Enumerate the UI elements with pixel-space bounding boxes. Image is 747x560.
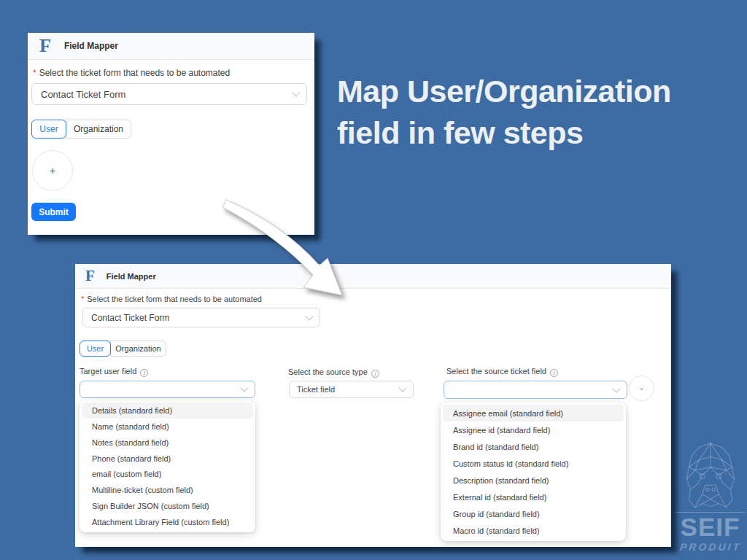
dropdown-option[interactable]: Sign Builder JSON (custom field) (82, 498, 253, 514)
dropdown-option[interactable]: Phone (standard field) (82, 451, 253, 467)
chevron-down-icon (398, 384, 406, 392)
dropdown-option[interactable]: Attachment Library Field (custom field) (82, 514, 253, 530)
add-mapping-button[interactable]: + (32, 150, 73, 191)
dropdown-option[interactable]: Description (standard field) (443, 472, 624, 489)
source-type-label: Select the source typei (288, 368, 379, 378)
slide-title: Map User/Organization field in few steps (337, 71, 746, 154)
chevron-down-icon (305, 312, 313, 320)
tab-organization[interactable]: Organization (110, 341, 166, 357)
ticket-form-select[interactable]: Contact Ticket Form (82, 308, 320, 327)
submit-button[interactable]: Submit (31, 203, 76, 221)
dropdown-option[interactable]: email (custom field) (82, 467, 253, 483)
dropdown-option[interactable]: Group id (standard field) (443, 505, 624, 522)
source-ticket-field-select[interactable] (444, 381, 627, 399)
chevron-down-icon (612, 384, 620, 392)
app-title: Field Mapper (107, 272, 156, 281)
target-user-field-select[interactable] (80, 381, 255, 398)
field-mapper-logo-icon: F (39, 36, 51, 55)
dropdown-option[interactable]: Custom status id (standard field) (443, 455, 624, 472)
chevron-down-icon (240, 384, 248, 392)
tab-user[interactable]: User (80, 341, 111, 357)
entity-tabs: User Organization (80, 341, 166, 357)
remove-mapping-button[interactable]: - (629, 376, 654, 401)
field-mapper-logo-icon: F (85, 268, 95, 284)
info-icon[interactable]: i (140, 369, 148, 377)
source-type-select-value: Ticket field (297, 385, 335, 394)
dropdown-option[interactable]: Brand id (standard field) (443, 438, 624, 455)
slide-title-line2: field in few steps (337, 112, 746, 154)
field-mapper-window-expanded: F Field Mapper *Select the ticket form t… (75, 264, 671, 547)
dropdown-option[interactable]: Name (standard field) (82, 419, 253, 435)
dropdown-option[interactable]: Assignee id (standard field) (443, 421, 624, 438)
ticket-form-label: *Select the ticket form that needs to be… (33, 68, 230, 78)
dropdown-option[interactable]: Assignee email (standard field) (443, 405, 624, 421)
tab-organization[interactable]: Organization (66, 120, 131, 139)
watermark-subtitle: PRODUIT (679, 541, 742, 553)
watermark-brand: SEIF (681, 513, 740, 541)
window-header: F Field Mapper (28, 33, 314, 60)
entity-tabs: User Organization (31, 120, 131, 139)
gorilla-logo-icon (684, 442, 738, 510)
info-icon[interactable]: i (371, 370, 379, 378)
slide-title-line1: Map User/Organization (337, 71, 746, 112)
minus-icon: - (640, 383, 643, 394)
source-ticket-field-label: Select the source ticket fieldi (446, 367, 558, 377)
ticket-form-select-value: Contact Ticket Form (41, 89, 125, 100)
target-user-field-dropdown: Details (standard field) Name (standard … (80, 400, 255, 532)
dropdown-option[interactable]: External id (standard field) (443, 489, 624, 505)
app-title: Field Mapper (64, 41, 118, 51)
tab-user[interactable]: User (31, 120, 66, 139)
chevron-down-icon (292, 88, 300, 96)
info-icon[interactable]: i (550, 369, 558, 377)
plus-icon: + (50, 165, 55, 176)
ticket-form-select-value: Contact Ticket Form (91, 313, 169, 323)
source-type-select[interactable]: Ticket field (289, 381, 414, 398)
source-ticket-field-dropdown: Assignee email (standard field) Assignee… (441, 402, 626, 541)
window-header: F Field Mapper (75, 264, 671, 289)
target-user-field-label: Target user fieldi (80, 367, 148, 377)
dropdown-option[interactable]: Macro id (standard field) (443, 522, 624, 539)
dropdown-option[interactable]: Details (standard field) (82, 402, 253, 419)
arrow-pointer-icon (210, 178, 356, 309)
dropdown-option[interactable]: Multiline-ticket (custom field) (82, 482, 253, 498)
dropdown-option[interactable]: Notes (standard field) (82, 435, 253, 451)
ticket-form-select[interactable]: Contact Ticket Form (31, 83, 307, 105)
required-asterisk: * (81, 295, 84, 303)
slide: F Field Mapper *Select the ticket form t… (0, 0, 747, 560)
brand-watermark: SEIF PRODUIT (673, 442, 747, 553)
required-asterisk: * (33, 68, 36, 78)
